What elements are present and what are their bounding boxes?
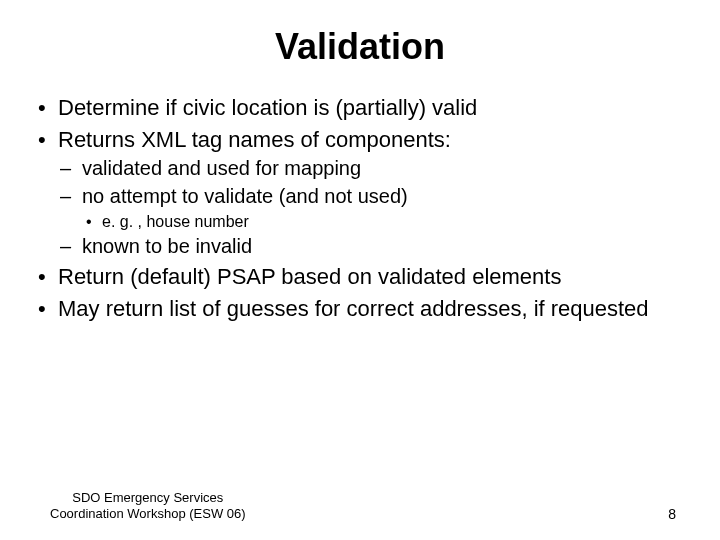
sub-bullet-item: no attempt to validate (and not used) e.…	[58, 184, 682, 232]
bullet-item: Return (default) PSAP based on validated…	[38, 263, 682, 291]
bullet-text: no attempt to validate (and not used)	[82, 185, 408, 207]
bullet-text: May return list of guesses for correct a…	[58, 296, 649, 321]
sub-bullet-list: validated and used for mapping no attemp…	[58, 156, 682, 259]
bullet-text: Determine if civic location is (partiall…	[58, 95, 477, 120]
bullet-item: May return list of guesses for correct a…	[38, 295, 682, 323]
footer-left: SDO Emergency Services Coordination Work…	[50, 490, 246, 523]
bullet-text: e. g. , house number	[102, 213, 249, 230]
sub-sub-bullet-list: e. g. , house number	[82, 212, 682, 232]
bullet-text: known to be invalid	[82, 235, 252, 257]
footer-line: Coordination Workshop (ESW 06)	[50, 506, 246, 522]
page-number: 8	[668, 506, 676, 522]
bullet-list: Determine if civic location is (partiall…	[38, 94, 682, 323]
bullet-text: validated and used for mapping	[82, 157, 361, 179]
slide-footer: SDO Emergency Services Coordination Work…	[0, 490, 720, 523]
bullet-text: Return (default) PSAP based on validated…	[58, 264, 561, 289]
sub-sub-bullet-item: e. g. , house number	[82, 212, 682, 232]
footer-line: SDO Emergency Services	[50, 490, 246, 506]
slide: Validation Determine if civic location i…	[0, 0, 720, 540]
sub-bullet-item: known to be invalid	[58, 234, 682, 260]
sub-bullet-item: validated and used for mapping	[58, 156, 682, 182]
bullet-item: Returns XML tag names of components: val…	[38, 126, 682, 259]
bullet-text: Returns XML tag names of components:	[58, 127, 451, 152]
bullet-item: Determine if civic location is (partiall…	[38, 94, 682, 122]
slide-title: Validation	[38, 26, 682, 68]
